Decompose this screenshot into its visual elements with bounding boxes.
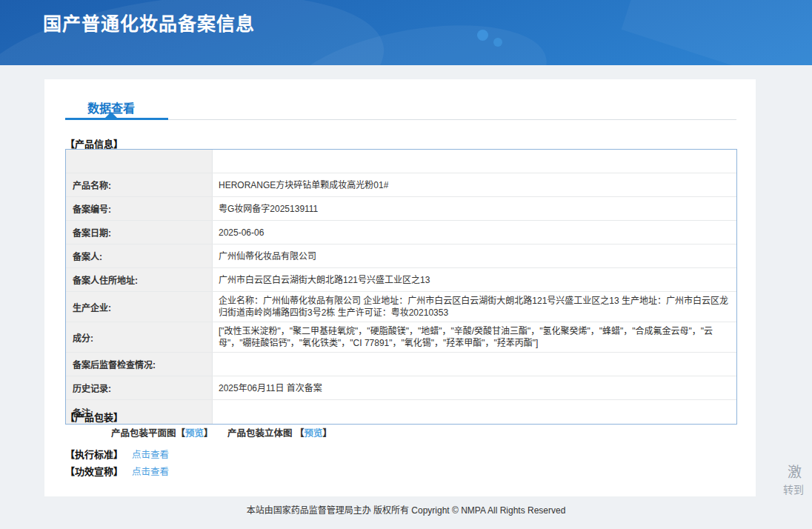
row-label: 备案人: [66,244,213,267]
packaging-solid-label: 产品包装立体图 【 [227,428,304,439]
table-row: 成分: ["改性玉米淀粉"，"聚二甲基硅氧烷"，"硬脂酸镁"，"地蜡"，"辛酸/… [66,322,736,353]
row-value: 企业名称：广州仙蒂化妆品有限公司 企业地址：广州市白云区白云湖街大朗北路121号… [213,292,736,322]
table-row: 历史记录: 2025年06月11日 首次备案 [66,376,736,400]
activation-watermark-line1: 激 [788,461,802,481]
row-label: 备案后监督检查情况: [66,353,213,376]
row-label: 备案编号: [66,197,213,220]
row-label: 成分: [66,322,213,352]
banner-decoration-dot [493,38,502,47]
row-label [66,150,213,173]
row-value: HERORANGE方块碎钻单颗成妆高光粉01# [213,173,736,196]
section-title-efficacy: 【功效宣称】 [65,464,123,478]
packaging-flat-label: 产品包装平面图【 [111,428,185,439]
row-label: 备案日期: [66,221,213,244]
tab-active-underline [65,118,168,120]
page-footer: 本站由国家药品监督管理局主办 版权所有 Copyright © NMPA All… [0,496,812,529]
banner-decoration-shape [622,0,812,65]
row-value: 广州市白云区白云湖街大朗北路121号兴盛工业区之13 [213,268,736,291]
packaging-solid-suffix: 】 [323,428,333,439]
row-label: 生产企业: [66,292,213,322]
standards-view-link[interactable]: 点击查看 [132,450,169,460]
efficacy-row: 【功效宣称】点击查看 [65,464,169,478]
activation-watermark-line2: 转到 [783,482,804,496]
page-title: 国产普通化妆品备案信息 [43,9,255,36]
content-card: 数据查看 【产品信息】 产品名称: HERORANGE方块碎钻单颗成妆高光粉01… [44,79,756,496]
row-value: 广州仙蒂化妆品有限公司 [213,244,736,267]
banner-decoration-dot [477,30,488,41]
row-value [213,150,736,173]
tab-active-caret [105,112,117,118]
page: { "header": { "title": "国产普通化妆品备案信息" }, … [0,0,812,529]
table-row: 备案人: 广州仙蒂化妆品有限公司 [66,244,736,268]
row-value: 粤G妆网备字2025139111 [213,197,736,220]
table-row: 备案后监督检查情况: [66,353,736,376]
table-row [66,150,736,173]
product-info-table: 产品名称: HERORANGE方块碎钻单颗成妆高光粉01# 备案编号: 粤G妆网… [65,149,737,425]
table-row: 备案编号: 粤G妆网备字2025139111 [66,197,736,221]
table-row: 生产企业: 企业名称：广州仙蒂化妆品有限公司 企业地址：广州市白云区白云湖街大朗… [66,292,736,322]
packaging-solid-preview-link[interactable]: 预览 [304,428,322,439]
section-title-standards: 【执行标准】 [65,447,123,461]
table-row: 备案日期: 2025-06-06 [66,221,736,244]
table-row: 产品名称: HERORANGE方块碎钻单颗成妆高光粉01# [66,173,736,197]
row-value: 2025-06-06 [213,221,736,244]
row-value [213,400,736,424]
efficacy-view-link[interactable]: 点击查看 [132,467,169,477]
footer-copyright-text: 本站由国家药品监督管理局主办 版权所有 Copyright © NMPA All… [247,505,566,516]
page-header-banner: 国产普通化妆品备案信息 [0,0,812,65]
standards-row: 【执行标准】点击查看 [65,447,169,461]
row-label: 历史记录: [66,376,213,399]
row-label: 产品名称: [66,173,213,196]
section-title-packaging: 【产品包装】 [65,410,123,424]
packaging-flat-suffix: 】 [204,428,213,439]
row-value: ["改性玉米淀粉"，"聚二甲基硅氧烷"，"硬脂酸镁"，"地蜡"，"辛酸/癸酸甘油… [213,322,736,352]
packaging-solid-item: 产品包装立体图 【预览】 [227,425,332,439]
table-row: 备注: [66,400,736,424]
row-label: 备案人住所地址: [66,268,213,291]
packaging-flat-item: 产品包装平面图【预览】 [111,425,213,439]
row-value: 2025年06月11日 首次备案 [213,376,736,399]
row-value [213,353,736,376]
packaging-flat-preview-link[interactable]: 预览 [185,428,204,439]
table-row: 备案人住所地址: 广州市白云区白云湖街大朗北路121号兴盛工业区之13 [66,268,736,292]
